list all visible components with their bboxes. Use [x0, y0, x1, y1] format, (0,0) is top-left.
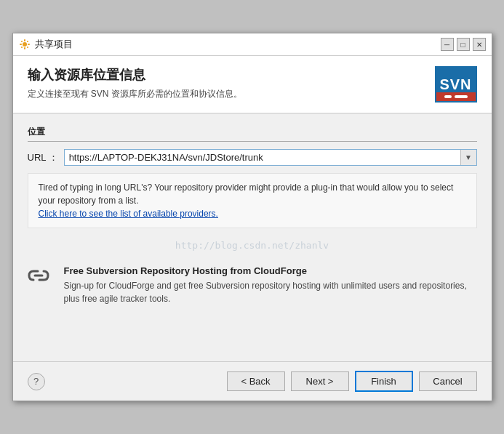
- back-button[interactable]: < Back: [227, 371, 285, 391]
- cloudforge-icon: [28, 267, 54, 294]
- svg-rect-6: [26, 41, 28, 43]
- section-label: 位置: [28, 126, 477, 142]
- svn-logo-text: SVN: [439, 76, 471, 93]
- cloudforge-description: Sign-up for CloudForge and get free Subv…: [64, 279, 477, 305]
- title-bar: 共享项目 ─ □ ✕: [13, 33, 492, 56]
- url-input[interactable]: [65, 150, 460, 165]
- close-button[interactable]: ✕: [473, 38, 486, 51]
- header: 输入资源库位置信息 定义连接至现有 SVN 资源库所必需的位置和协议信息。 SV…: [13, 56, 492, 114]
- svg-rect-1: [24, 39, 25, 41]
- svg-rect-5: [20, 41, 23, 43]
- header-text: 输入资源库位置信息 定义连接至现有 SVN 资源库所必需的位置和协议信息。: [28, 66, 242, 100]
- svg-rect-10: [455, 95, 468, 98]
- url-input-wrapper[interactable]: ▼: [64, 149, 477, 166]
- cloudforge-text-block: Free Subversion Repository Hosting from …: [64, 265, 477, 305]
- next-button[interactable]: Next >: [291, 371, 349, 391]
- main-window: 共享项目 ─ □ ✕ 输入资源库位置信息 定义连接至现有 SVN 资源库所必需的…: [12, 33, 492, 401]
- minimize-button[interactable]: ─: [441, 38, 454, 51]
- page-subtitle: 定义连接至现有 SVN 资源库所必需的位置和协议信息。: [28, 88, 242, 100]
- providers-link[interactable]: Click here to see the list of available …: [39, 209, 218, 219]
- svg-rect-3: [20, 44, 22, 45]
- url-row: URL ： ▼: [28, 149, 477, 166]
- watermark-text: http://blog.csdn.net/zhanlv: [28, 240, 477, 251]
- svg-rect-7: [20, 47, 23, 49]
- svg-rect-9: [444, 95, 452, 98]
- svg-point-0: [23, 42, 27, 47]
- cancel-button[interactable]: Cancel: [419, 371, 477, 391]
- url-label: URL ：: [28, 151, 58, 164]
- svn-logo: SVN: [435, 66, 477, 103]
- page-title: 输入资源库位置信息: [28, 66, 242, 84]
- maximize-button[interactable]: □: [457, 38, 470, 51]
- window-controls: ─ □ ✕: [441, 38, 486, 51]
- cloudforge-title: Free Subversion Repository Hosting from …: [64, 265, 477, 276]
- content-area: 位置 URL ： ▼ Tired of typing in long URL's…: [13, 114, 492, 361]
- finish-button[interactable]: Finish: [355, 371, 413, 392]
- help-button[interactable]: ?: [28, 373, 45, 390]
- footer: ? < Back Next > Finish Cancel: [13, 361, 492, 401]
- url-dropdown-button[interactable]: ▼: [460, 150, 476, 165]
- window-icon: [19, 39, 31, 50]
- hint-box: Tired of typing in long URL's? Your repo…: [28, 173, 477, 228]
- svn-logo-bar: [436, 92, 476, 101]
- cloudforge-section: Free Subversion Repository Hosting from …: [28, 265, 477, 305]
- window-title: 共享项目: [35, 38, 441, 51]
- svg-rect-2: [24, 47, 25, 49]
- svg-rect-4: [28, 44, 30, 45]
- help-icon: ?: [33, 376, 39, 387]
- hint-text: Tired of typing in long URL's? Your repo…: [39, 182, 454, 206]
- svg-rect-8: [26, 47, 28, 49]
